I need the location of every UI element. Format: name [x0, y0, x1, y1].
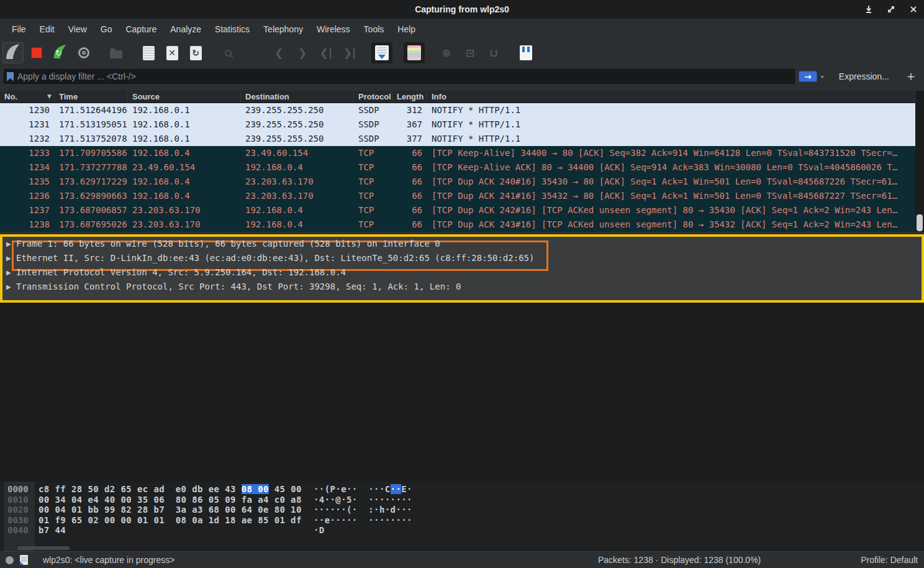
menu-item-analyze[interactable]: Analyze — [163, 21, 208, 38]
packet-row[interactable]: 1230171.512644196192.168.0.1239.255.255.… — [0, 103, 915, 117]
column-header-length[interactable]: Length — [392, 91, 427, 103]
cell-source: 192.168.0.1 — [128, 132, 241, 146]
scrollbar-thumb[interactable] — [917, 214, 923, 231]
zoom-in-icon: ⊕ — [442, 47, 451, 59]
display-filter-input[interactable] — [17, 71, 792, 81]
capture-options-button[interactable] — [73, 42, 94, 63]
capture-status-text: wlp2s0: <live capture in progress> — [43, 555, 174, 565]
minimize-icon[interactable] — [862, 2, 876, 16]
packet-row[interactable]: 1231171.513195051192.168.0.1239.255.255.… — [0, 117, 915, 132]
packet-row[interactable]: 1232171.513752078192.168.0.1239.255.255.… — [0, 132, 915, 146]
go-forward-button[interactable]: ❯ — [292, 42, 313, 63]
column-header-destination[interactable]: Destination — [241, 91, 354, 103]
hex-row[interactable]: 0040b7 44·D — [0, 525, 924, 536]
packet-row[interactable]: 1237173.68700685723.203.63.170192.168.0.… — [0, 203, 915, 218]
packet-list-header: No.▼TimeSourceDestinationProtocolLengthI… — [0, 91, 915, 103]
menu-item-help[interactable]: Help — [391, 21, 422, 38]
hex-segment: 00 34 04 e4 40 00 35 06 80 86 05 09 fa a… — [38, 495, 302, 505]
go-last-button[interactable]: ❯| — [339, 42, 360, 63]
profile-button[interactable]: Profile: Default — [861, 555, 918, 565]
apply-filter-button[interactable]: → — [799, 71, 817, 82]
column-header-no[interactable]: No.▼ — [0, 91, 55, 103]
column-header-protocol[interactable]: Protocol — [354, 91, 392, 103]
hex-row[interactable]: 0000c8 ff 28 50 d2 65 ec ad e0 db ee 43 … — [0, 484, 924, 495]
packet-row[interactable]: 1235173.629717229192.168.0.423.203.63.17… — [0, 175, 915, 189]
packet-row[interactable]: 1236173.629890663192.168.0.423.203.63.17… — [0, 189, 915, 203]
cell-no: 1230 — [0, 103, 55, 117]
normal-size-button[interactable]: ⊔ — [483, 42, 504, 63]
expert-info-icon[interactable] — [6, 556, 14, 564]
cell-source: 23.49.60.154 — [128, 160, 241, 175]
hex-row[interactable]: 001000 34 04 e4 40 00 35 06 80 86 05 09 … — [0, 495, 924, 505]
expander-icon[interactable]: ▶ — [6, 280, 11, 294]
hex-row[interactable]: 002000 04 01 bb 99 82 28 b7 3a a3 68 00 … — [0, 505, 924, 515]
go-back-button[interactable]: ❮ — [268, 42, 289, 63]
save-file-button[interactable] — [138, 42, 159, 63]
close-icon[interactable] — [907, 2, 920, 16]
cell-no: 1237 — [0, 203, 55, 218]
reload-file-button[interactable]: ↻ — [185, 42, 206, 63]
auto-scroll-toggle[interactable] — [371, 42, 392, 63]
magnifier-icon — [225, 50, 232, 57]
menu-item-go[interactable]: Go — [94, 21, 119, 38]
start-capture-button[interactable] — [2, 42, 24, 63]
resize-columns-button[interactable] — [515, 42, 537, 63]
menu-item-wireless[interactable]: Wireless — [310, 21, 357, 38]
hex-horizontal-scrollbar[interactable] — [0, 546, 924, 550]
stop-capture-button[interactable] — [26, 42, 47, 63]
detail-line-text: Internet Protocol Version 4, Src: 5.9.25… — [16, 267, 346, 277]
go-first-button[interactable]: ❮| — [315, 42, 337, 63]
window-title: Capturing from wlp2s0 — [415, 4, 509, 14]
detail-line-3[interactable]: ▶Transmission Control Protocol, Src Port… — [2, 280, 922, 294]
expander-icon[interactable]: ▶ — [6, 251, 11, 265]
ascii-segment: ·· — [391, 484, 402, 494]
stop-icon — [31, 47, 42, 58]
open-file-button[interactable] — [106, 42, 127, 63]
filter-history-dropdown-icon[interactable]: ▾ — [821, 73, 824, 80]
reload-file-icon: ↻ — [190, 46, 202, 60]
title-bar: Capturing from wlp2s0 — [0, 0, 924, 19]
menu-item-file[interactable]: File — [5, 21, 33, 38]
detail-line-1[interactable]: ▶Ethernet II, Src: D-LinkIn_db:ee:43 (ec… — [2, 251, 922, 265]
cell-protocol: TCP — [354, 175, 392, 189]
menu-item-telephony[interactable]: Telephony — [256, 21, 310, 38]
detail-line-0[interactable]: ▶Frame 1: 66 bytes on wire (528 bits), 6… — [2, 237, 922, 251]
cell-source: 192.168.0.4 — [128, 146, 241, 160]
hex-offset: 0010 — [7, 495, 29, 505]
capture-comment-icon[interactable] — [20, 555, 28, 565]
column-header-info[interactable]: Info — [427, 91, 915, 103]
menu-item-view[interactable]: View — [61, 21, 94, 38]
find-packet-button[interactable] — [217, 42, 238, 63]
hex-row[interactable]: 003001 f9 65 02 00 00 01 01 08 0a 1d 18 … — [0, 515, 924, 526]
save-file-icon — [143, 46, 155, 60]
zoom-in-button[interactable]: ⊕ — [436, 42, 457, 63]
cell-destination: 192.168.0.4 — [241, 160, 354, 175]
close-file-icon: ✕ — [166, 46, 178, 60]
add-filter-button[interactable]: + — [902, 70, 920, 83]
packet-row[interactable]: 1238173.68769502623.203.63.170192.168.0.… — [0, 218, 915, 232]
zoom-out-button[interactable]: ⊡ — [460, 42, 481, 63]
close-file-button[interactable]: ✕ — [161, 42, 183, 63]
expander-icon[interactable]: ▶ — [6, 265, 11, 280]
menu-item-tools[interactable]: Tools — [357, 21, 391, 38]
hex-offset: 0020 — [7, 505, 29, 515]
display-filter-field[interactable] — [4, 69, 795, 84]
packet-row[interactable]: 1233171.709705586192.168.0.423.49.60.154… — [0, 146, 915, 160]
expander-icon[interactable]: ▶ — [6, 237, 11, 251]
back-arrow-icon: ❮ — [274, 47, 283, 59]
menu-item-capture[interactable]: Capture — [119, 21, 163, 38]
hex-scrollbar-thumb[interactable] — [17, 546, 70, 550]
column-header-time[interactable]: Time — [55, 91, 128, 103]
column-header-source[interactable]: Source — [128, 91, 241, 103]
menu-item-statistics[interactable]: Statistics — [208, 21, 256, 38]
packet-row[interactable]: 1234171.73727778823.49.60.154192.168.0.4… — [0, 160, 915, 175]
bookmark-icon[interactable] — [7, 72, 14, 81]
expression-button[interactable]: Expression... — [828, 71, 898, 81]
detail-line-2[interactable]: ▶Internet Protocol Version 4, Src: 5.9.2… — [2, 265, 922, 280]
cell-time: 171.513195051 — [55, 117, 128, 132]
restart-capture-button[interactable]: ↻ — [50, 42, 71, 63]
packet-list-scrollbar[interactable] — [915, 91, 924, 232]
maximize-icon[interactable] — [884, 2, 898, 16]
menu-item-edit[interactable]: Edit — [33, 21, 61, 38]
colorize-toggle[interactable] — [404, 42, 425, 63]
